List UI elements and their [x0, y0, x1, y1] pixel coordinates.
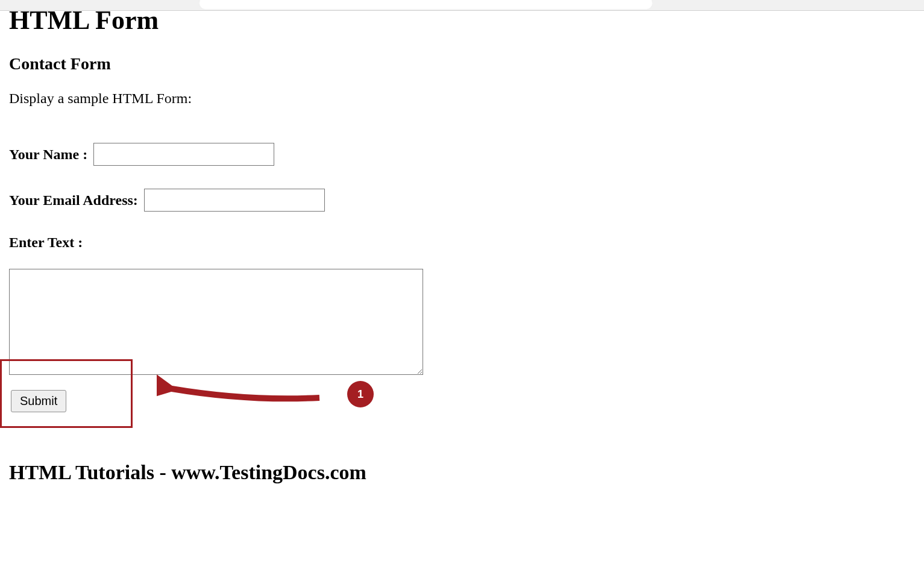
annotation-badge: 1: [347, 381, 374, 407]
page-content: HTML Form Contact Form Display a sample …: [0, 11, 924, 502]
arrow-icon: [157, 374, 325, 410]
name-row: Your Name :: [9, 143, 915, 166]
footer-title: HTML Tutorials - www.TestingDocs.com: [9, 461, 915, 484]
email-label: Your Email Address:: [9, 192, 138, 209]
description-text: Display a sample HTML Form:: [9, 90, 915, 107]
text-label: Enter Text :: [9, 234, 83, 251]
page-title: HTML Form: [9, 7, 915, 34]
email-input[interactable]: [144, 189, 325, 212]
section-title: Contact Form: [9, 54, 915, 74]
text-label-row: Enter Text :: [9, 234, 915, 251]
name-input[interactable]: [93, 143, 274, 166]
highlight-box: Submit: [0, 359, 133, 428]
email-row: Your Email Address:: [9, 189, 915, 212]
submit-button[interactable]: Submit: [11, 390, 66, 412]
name-label: Your Name :: [9, 146, 87, 163]
